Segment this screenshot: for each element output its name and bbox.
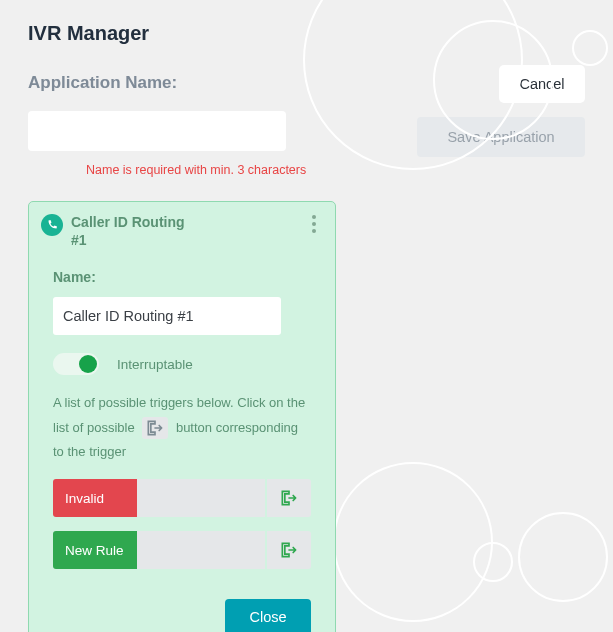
rule-body[interactable] <box>137 531 265 569</box>
interruptable-label: Interruptable <box>117 357 193 372</box>
interruptable-toggle[interactable] <box>53 353 99 375</box>
rule-exit-button[interactable] <box>265 531 311 569</box>
card-title-line2: #1 <box>71 232 87 248</box>
bg-circle <box>333 462 493 622</box>
exit-arrow-icon <box>142 417 168 439</box>
page-title: IVR Manager <box>0 0 613 45</box>
save-application-button[interactable]: Save Application <box>417 117 585 157</box>
rule-row-invalid: Invalid <box>53 479 311 517</box>
rule-body[interactable] <box>137 479 265 517</box>
close-button[interactable]: Close <box>225 599 311 632</box>
bg-circle <box>473 542 513 582</box>
rule-exit-button[interactable] <box>265 479 311 517</box>
rule-label: New Rule <box>53 531 137 569</box>
cancel-button[interactable]: Cancel <box>499 65 585 103</box>
application-name-input[interactable] <box>28 111 286 151</box>
bg-circle <box>518 512 608 602</box>
routing-name-input[interactable] <box>53 297 281 335</box>
name-label: Name: <box>53 269 311 285</box>
card-title: Caller ID Routing #1 <box>71 214 185 249</box>
toggle-thumb <box>79 355 97 373</box>
kebab-icon[interactable] <box>305 212 323 236</box>
application-name-label: Application Name: <box>28 73 306 93</box>
card-title-line1: Caller ID Routing <box>71 214 185 230</box>
validation-error: Name is required with min. 3 characters <box>28 163 306 177</box>
rule-label: Invalid <box>53 479 137 517</box>
rule-row-new-rule: New Rule <box>53 531 311 569</box>
help-text: A list of possible triggers below. Click… <box>53 391 311 465</box>
phone-icon <box>41 214 63 236</box>
form-header: Application Name: Name is required with … <box>0 45 613 177</box>
caller-id-routing-card: Caller ID Routing #1 Name: Interruptable… <box>28 201 336 632</box>
